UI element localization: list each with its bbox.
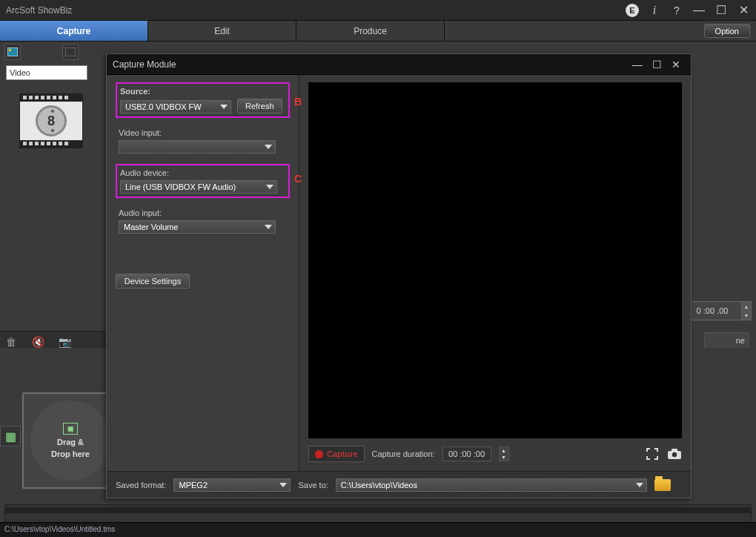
media-library-icon[interactable] — [4, 44, 21, 60]
main-tabs: Capture Edit Produce Option — [0, 21, 756, 42]
tab-edit[interactable]: Edit — [148, 21, 296, 41]
callout-b: B — [294, 96, 302, 108]
fullscreen-icon[interactable] — [645, 447, 660, 461]
media-filter-select[interactable] — [6, 65, 87, 80]
audio-device-select[interactable]: Line (USB VIDBOX FW Audio) — [120, 180, 277, 194]
right-tab[interactable]: ne — [704, 332, 749, 349]
svg-rect-4 — [672, 449, 677, 452]
chevron-down-icon — [266, 185, 273, 189]
audio-device-label: Audio device: — [120, 168, 285, 177]
device-settings-button[interactable]: Device Settings — [116, 274, 190, 289]
snapshot-icon[interactable] — [667, 447, 682, 461]
svg-rect-0 — [7, 47, 18, 56]
audio-device-group-highlight: C Audio device: Line (USB VIDBOX FW Audi… — [116, 164, 290, 198]
minimize-button[interactable]: — — [692, 4, 706, 17]
chevron-down-icon — [265, 225, 272, 229]
svg-rect-1 — [9, 49, 11, 51]
media-thumb[interactable]: 8 — [19, 93, 83, 148]
source-group-highlight: B Source: USB2.0 VIDBOX FW Refresh — [116, 82, 290, 118]
chevron-down-icon — [220, 105, 228, 109]
drop-zone[interactable]: ▣ Drag & Drop here — [22, 392, 119, 489]
chevron-down-icon — [636, 483, 643, 487]
maximize-button[interactable]: ☐ — [714, 4, 728, 17]
svg-point-5 — [672, 452, 677, 457]
timeline-edit-icon[interactable]: ▦ — [0, 426, 21, 447]
save-to-label: Save to: — [298, 481, 328, 490]
tab-produce[interactable]: Produce — [296, 21, 445, 41]
svg-rect-2 — [65, 47, 76, 56]
save-to-select[interactable]: C:\Users\vtop\Videos — [336, 478, 647, 492]
info-icon[interactable]: i — [648, 4, 661, 17]
drop-label-2: Drop here — [51, 449, 90, 458]
timecode-stepper[interactable]: ▲▼ — [741, 301, 752, 320]
dialog-minimize-button[interactable]: — — [629, 58, 646, 71]
dialog-close-button[interactable]: ✕ — [667, 58, 685, 71]
video-input-select[interactable] — [119, 140, 276, 154]
delete-icon[interactable]: 🗑 — [4, 335, 18, 349]
media-tab2-icon[interactable] — [62, 44, 79, 60]
source-label: Source: — [120, 87, 285, 96]
dialog-title: Capture Module — [113, 59, 627, 70]
browse-folder-icon[interactable] — [654, 479, 671, 491]
callout-c: C — [294, 173, 302, 185]
app-title: ArcSoft ShowBiz — [6, 5, 626, 16]
source-select[interactable]: USB2.0 VIDBOX FW — [120, 100, 231, 113]
saved-format-label: Saved format: — [116, 481, 166, 490]
dialog-footer: Saved format: MPEG2 Save to: C:\Users\vt… — [107, 471, 691, 498]
chevron-down-icon — [279, 483, 287, 487]
record-icon — [315, 450, 323, 458]
help-icon[interactable]: ? — [670, 4, 683, 17]
tab-capture[interactable]: Capture — [0, 21, 148, 41]
close-button[interactable]: ✕ — [737, 4, 750, 17]
capture-duration-stepper[interactable]: ▲▼ — [499, 447, 509, 461]
audio-input-label: Audio input: — [119, 208, 287, 217]
refresh-button[interactable]: Refresh — [237, 99, 282, 113]
status-bar: C:\Users\vtop\Videos\Untitled.tms — [0, 522, 756, 537]
capture-module-dialog: Capture Module — ☐ ✕ B Source: USB2.0 VI… — [106, 53, 692, 498]
option-button[interactable]: Option — [704, 24, 750, 38]
mute-icon[interactable]: 🔇 — [31, 335, 44, 349]
chevron-down-icon — [265, 145, 272, 149]
camera-icon[interactable]: 📷 — [58, 335, 71, 349]
e-badge-icon[interactable]: E — [626, 4, 639, 17]
capture-duration-label: Capture duration: — [372, 449, 435, 458]
capture-duration-field[interactable]: 00 :00 :00 — [442, 447, 491, 461]
drop-label-1: Drag & — [57, 438, 84, 447]
saved-format-select[interactable]: MPEG2 — [173, 478, 291, 492]
countdown-icon: 8 — [36, 105, 67, 136]
video-input-label: Video input: — [119, 128, 287, 137]
drop-zone-icon: ▣ — [63, 423, 78, 435]
capture-button[interactable]: Capture — [308, 446, 365, 462]
audio-input-select[interactable]: Master Volume — [119, 220, 276, 234]
title-bar: ArcSoft ShowBiz E i ? — ☐ ✕ — [0, 0, 756, 21]
video-preview — [308, 82, 682, 438]
dialog-maximize-button[interactable]: ☐ — [648, 58, 666, 71]
